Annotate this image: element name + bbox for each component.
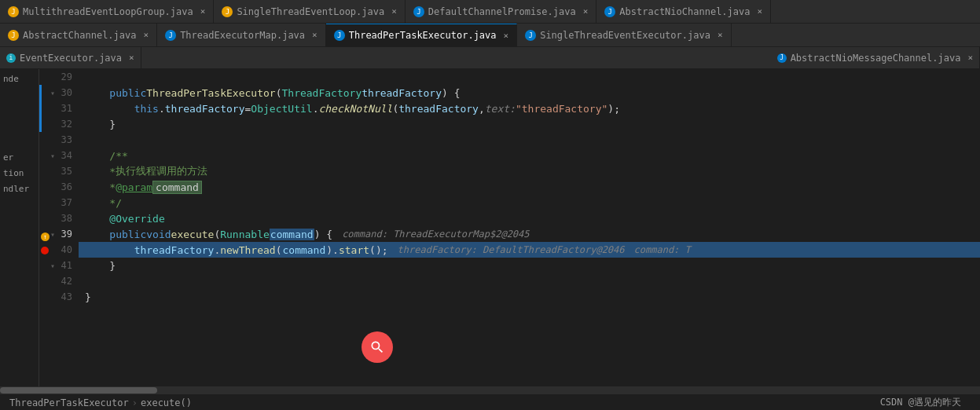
code-indent-36 xyxy=(85,181,109,193)
tab-icon-4: J xyxy=(604,6,615,17)
search-button[interactable] xyxy=(362,331,393,363)
code-editor[interactable]: public ThreadPerTaskExecutor ( ThreadFac… xyxy=(79,69,980,386)
debug-hint-40: threadFactory: DefaultThreadFactory@2046 xyxy=(398,244,625,255)
fold-arrow-39[interactable]: ▾ xyxy=(50,230,55,239)
code-comment-36: * xyxy=(109,181,116,193)
side-label-ndler: ndler xyxy=(0,181,39,196)
search-icon xyxy=(369,339,385,355)
debug-hint-39: command: ThreadExecutorMap$2@2045 xyxy=(342,229,529,240)
horizontal-scrollbar[interactable] xyxy=(0,386,980,394)
code-fn-newthread-40: newThread xyxy=(220,244,275,256)
status-csdn: CSDN @遇见的昨天 xyxy=(880,396,961,409)
code-command-40: command xyxy=(281,244,326,256)
line-num-32: 32 xyxy=(57,119,72,130)
code-brace-32: } xyxy=(109,119,116,130)
line-num-36: 36 xyxy=(57,181,72,192)
line-number-gutter: 29 ▾ 30 31 32 33 ▾ 34 35 xyxy=(39,69,79,386)
breadcrumb-method: execute() xyxy=(141,397,192,408)
tab-threadexecutormap[interactable]: J ThreadExecutorMap.java × xyxy=(157,24,326,46)
code-dot-40: . xyxy=(214,244,220,256)
code-this-31: this xyxy=(134,103,159,115)
tab-singlethreadeventloop[interactable]: J SingleThreadEventLoop.java × xyxy=(214,0,405,23)
code-paren3-40: (); xyxy=(369,244,387,256)
code-line-41: } xyxy=(79,258,980,273)
code-line-39: public void execute ( Runnable command )… xyxy=(79,226,980,242)
line-num-31: 31 xyxy=(57,103,72,114)
tab-close-5[interactable]: × xyxy=(144,30,149,40)
gutter-row-34: ▾ 34 xyxy=(39,148,79,163)
tab-close-9[interactable]: × xyxy=(129,53,134,63)
tab-label-9: EventExecutor.java xyxy=(20,53,122,64)
tab-close-8[interactable]: × xyxy=(718,30,723,40)
code-indent-30 xyxy=(85,87,109,99)
line-num-41: 41 xyxy=(57,260,72,271)
code-indent-38 xyxy=(85,213,109,225)
code-param-tag-36: param xyxy=(122,181,152,193)
tab-close-3[interactable]: × xyxy=(583,6,589,16)
scroll-thumb[interactable] xyxy=(0,387,157,394)
line-num-42: 42 xyxy=(57,276,72,287)
gutter-row-41: ▾ 41 xyxy=(39,258,79,273)
tab-close-10[interactable]: × xyxy=(967,53,973,63)
code-comment-35: * xyxy=(109,166,116,178)
tab-label-8: SingleThreadEventExecutor.java xyxy=(540,30,710,41)
code-brace-39: ) { xyxy=(314,229,332,240)
tab-label-5: AbstractChannel.java xyxy=(23,30,137,41)
code-paren-open-30: ( xyxy=(276,87,282,99)
tab-close-1[interactable]: × xyxy=(200,6,206,16)
code-comment-start-34: /** xyxy=(109,150,127,162)
tab-label-6: ThreadExecutorMap.java xyxy=(180,30,305,41)
code-command-highlight-36: command xyxy=(152,181,202,194)
fold-arrow-34[interactable]: ▾ xyxy=(50,152,55,160)
gutter-row-40: 40 xyxy=(39,242,79,258)
code-at-param-36: @ xyxy=(116,181,122,193)
tab-label-1: MultithreadEventLoopGroup.java xyxy=(23,6,193,17)
side-label-tion: tion xyxy=(0,165,39,181)
tab-close-2[interactable]: × xyxy=(391,6,397,16)
code-fn-constructor: ThreadPerTaskExecutor xyxy=(146,87,275,99)
code-str-31: "threadFactory" xyxy=(516,103,607,115)
tab-close-4[interactable]: × xyxy=(757,6,762,16)
gutter-row-37: 37 xyxy=(39,195,79,210)
tab-icon-3: J xyxy=(413,6,424,17)
breakpoint-dot-40 xyxy=(41,247,49,254)
tab-eventexecutor[interactable]: i EventExecutor.java × xyxy=(0,47,141,68)
tab-close-7[interactable]: × xyxy=(504,31,509,41)
code-line-42 xyxy=(79,273,980,289)
tab-abstractchannel[interactable]: J AbstractChannel.java × xyxy=(0,24,157,46)
line-num-37: 37 xyxy=(57,197,72,208)
tab-abstractniomessagechannel[interactable]: J AbstractNioMessageChannel.java × xyxy=(771,47,980,68)
fold-arrow-41[interactable]: ▾ xyxy=(50,262,55,270)
code-type-runnable-39: Runnable xyxy=(220,229,270,240)
tab-spacer xyxy=(141,47,771,68)
code-assign-31: = xyxy=(245,103,251,115)
code-paren-31: ( xyxy=(392,103,398,115)
code-chinese-35: 执行线程调用的方法 xyxy=(116,164,207,178)
tab-defaultchannelpromise[interactable]: J DefaultChannelPromise.java × xyxy=(406,0,596,23)
gutter-row-42: 42 xyxy=(39,273,79,289)
tab-close-6[interactable]: × xyxy=(312,30,317,40)
tab-threadpertaskexecutor[interactable]: J ThreadPerTaskExecutor.java × xyxy=(326,24,517,46)
side-panel: nde er tion ndler xyxy=(0,69,39,386)
gutter-row-39: ↑ ▾ 39 xyxy=(39,226,79,242)
fold-arrow-30[interactable]: ▾ xyxy=(50,89,55,97)
code-line-38: @Override xyxy=(79,210,980,226)
code-indent-39 xyxy=(85,229,109,240)
tab-abstractniochannel[interactable]: J AbstractNioChannel.java × xyxy=(596,0,771,23)
line-num-43: 43 xyxy=(57,291,72,302)
code-indent-31 xyxy=(85,103,134,115)
code-line-29 xyxy=(79,69,980,85)
debug-hint-40-cmd: command: T xyxy=(634,244,691,255)
editor-area: nde er tion ndler 29 ▾ 30 31 32 xyxy=(0,69,980,386)
tab-singlethreadeventexecutor[interactable]: J SingleThreadEventExecutor.java × xyxy=(517,24,731,46)
tab-icon-10: J xyxy=(777,53,787,63)
code-indent-41 xyxy=(85,260,109,272)
tab-icon-6: J xyxy=(165,30,176,41)
line-num-40: 40 xyxy=(57,244,72,255)
tab-bar-second: J AbstractChannel.java × J ThreadExecuto… xyxy=(0,24,980,47)
code-line-31: this . threadFactory = ObjectUtil . chec… xyxy=(79,101,980,116)
gutter-row-38: 38 xyxy=(39,210,79,226)
gutter-row-30: ▾ 30 xyxy=(39,85,79,101)
tab-multithreadeventloopgroup[interactable]: J MultithreadEventLoopGroup.java × xyxy=(0,0,214,23)
code-param-command-39: command xyxy=(270,229,314,240)
